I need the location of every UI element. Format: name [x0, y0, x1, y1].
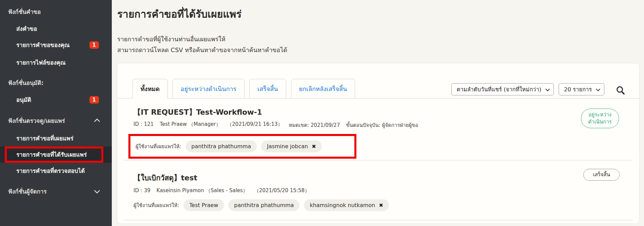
shared-user-chip: Test Praew [184, 199, 224, 211]
list-divider [124, 220, 632, 220]
notification-badge: 1 [89, 41, 99, 49]
sidebar-section-approval-functions: ฟังก์ชั่นอนุมัติ: [8, 78, 112, 87]
shared-users-row-annotated: ผู้ใช้งานที่เผยแพร่ให้: panthitra phathu… [128, 134, 356, 159]
sidebar-item-reviewable-requests[interactable]: รายการคำขอที่ตรวจสอบได้ [0, 166, 112, 175]
sidebar-section-label: ฟังก์ชั่นตรวจดู/เผยแพร่ [8, 117, 65, 124]
tab-completed[interactable]: เสร็จสิ้น [249, 79, 286, 98]
tab-all[interactable]: ทั้งหมด [132, 79, 168, 98]
page-description-line1: รายการคำขอที่ผู้ใช้งานท่านอื่นเผยแพร่ให้ [117, 34, 287, 45]
shared-users-label: ผู้ใช้งานที่เผยแพร่ให้: [136, 142, 181, 151]
sidebar-item-label: อนุมัติ [16, 96, 31, 103]
request-deadline: หมดเขต: 2021/09/27 [289, 121, 340, 129]
chevron-down-icon [94, 187, 100, 194]
shared-users-label: ผู้ใช้งานที่เผยแพร่ให้: [133, 201, 179, 209]
tab-cancelled-after-completion[interactable]: ยกเลิกหลังเสร็จสิ้น [291, 79, 355, 98]
sidebar-section-request-functions: ฟังก์ชั่นคำขอ [8, 7, 112, 16]
sort-select-value: ตามลำดับวันที่แชร์ (จากที่ใหม่กว่า) [457, 85, 541, 94]
search-icon [617, 86, 623, 93]
shared-user-name: khamsingnok nutkamon [310, 202, 375, 208]
chevron-down-icon [545, 87, 550, 91]
request-requester: Kaseinsin Piyamon （Sales - Sales） [157, 187, 248, 194]
sidebar-item-your-files[interactable]: รายการไฟล์ของคุณ [0, 58, 112, 67]
status-line: เสร็จสิ้น [593, 171, 610, 178]
status-badge-in-progress: อยู่ระหว่าง ดำเนินการ [581, 109, 619, 128]
status-line: ดำเนินการ [581, 118, 619, 126]
shared-user-name: Test Praew [189, 202, 218, 208]
status-tabs: ทั้งหมด อยู่ระหว่างดำเนินการ เสร็จสิ้น ย… [132, 79, 355, 98]
shared-user-name: panthitra phathumma [191, 143, 251, 150]
page-description: รายการคำขอที่ผู้ใช้งานท่านอื่นเผยแพร่ให้… [117, 34, 287, 55]
sidebar-item-label: รายการคำขอที่ตรวจสอบได้ [16, 167, 85, 174]
per-page-select[interactable]: 20 รายการ [559, 83, 604, 95]
shared-users-row: ผู้ใช้งานที่เผยแพร่ให้: Test Praew panth… [133, 199, 578, 211]
sort-select[interactable]: ตามลำดับวันที่แชร์ (จากที่ใหม่กว่า) [451, 83, 554, 95]
shared-user-chip: khamsingnok nutkamon ✖ [304, 199, 389, 211]
request-title: 【IT REQUEST】Test-Workflow-1 [133, 107, 578, 117]
sidebar-item-label: รายการคำขอที่เผยแพร่ [16, 135, 74, 142]
request-id: ID：121 [133, 121, 154, 129]
request-datetime: （2021/05/20 15:58） [254, 187, 310, 194]
status-badge-done: เสร็จสิ้น [583, 169, 620, 181]
sidebar-item-received-published-requests[interactable]: รายการคำขอที่ได้รับเผยแพร่ [0, 146, 112, 163]
request-meta: ID：39 Kaseinsin Piyamon （Sales - Sales） … [133, 187, 578, 194]
sidebar-item-approve[interactable]: อนุมัติ 1 [0, 95, 112, 104]
shared-user-name: Jasmine jobcan [267, 143, 308, 150]
tab-in-progress[interactable]: อยู่ระหว่างดำเนินการ [172, 79, 245, 98]
sidebar-item-published-requests[interactable]: รายการคำขอที่เผยแพร่ [0, 134, 112, 143]
shared-user-name: panthitra phathumma [234, 202, 294, 208]
request-item: 【ใบเบิกวัสดุ】test ID：39 Kaseinsin Piyamo… [117, 160, 639, 220]
chevron-down-icon [596, 87, 600, 91]
status-line: อยู่ระหว่าง [581, 111, 619, 118]
request-id: ID：39 [133, 187, 150, 194]
request-list: 【IT REQUEST】Test-Workflow-1 ID：121 Test … [117, 98, 639, 220]
request-datetime: （2021/09/21 16:13） [227, 121, 283, 129]
shared-user-chip: panthitra phathumma [228, 199, 299, 211]
request-current-step: ขั้นตอนปัจจุบัน: ผู้จัดการฝ่ายผู้ขอ [346, 121, 418, 129]
request-list-card: ทั้งหมด อยู่ระหว่างดำเนินการ เสร็จสิ้น ย… [117, 63, 640, 224]
sidebar-item-label: รายการไฟล์ของคุณ [16, 59, 66, 66]
remove-user-icon[interactable]: ✖ [379, 202, 383, 208]
sidebar-section-manager-functions[interactable]: ฟังก์ชั่นผู้จัดการ [8, 187, 112, 196]
per-page-select-value: 20 รายการ [564, 85, 592, 94]
sidebar-item-label: รายการคำขอของคุณ [16, 42, 70, 48]
request-title: 【ใบเบิกวัสดุ】test [133, 172, 578, 183]
sidebar: ฟังก์ชั่นคำขอ ส่งคำขอ รายการคำขอของคุณ 1… [0, 0, 112, 226]
sidebar-item-label: รายการคำขอที่ได้รับเผยแพร่ [16, 151, 87, 158]
request-item: 【IT REQUEST】Test-Workflow-1 ID：121 Test … [117, 98, 639, 160]
list-toolbar: ตามลำดับวันที่แชร์ (จากที่ใหม่กว่า) 20 ร… [451, 83, 625, 95]
shared-user-chip: Jasmine jobcan ✖ [261, 140, 322, 152]
sidebar-item-send-request[interactable]: ส่งคำขอ [0, 24, 112, 33]
page-description-line2: สามารถดาวน์โหลด CSV หรือค้นหาคำขอจากหน้า… [117, 45, 287, 55]
sidebar-item-label: ส่งคำขอ [16, 25, 37, 32]
notification-badge: 1 [89, 96, 99, 104]
chevron-up-icon [94, 118, 100, 125]
sidebar-section-review-publish-functions[interactable]: ฟังก์ชั่นตรวจดู/เผยแพร่ [8, 116, 112, 125]
request-meta: ID：121 Test Praew （Manager） （2021/09/21 … [133, 121, 578, 129]
search-button[interactable] [615, 84, 625, 95]
page-title: รายการคำขอที่ได้รับเผยแพร่ [117, 6, 242, 22]
sidebar-section-label: ฟังก์ชั่นผู้จัดการ [8, 188, 47, 195]
remove-user-icon[interactable]: ✖ [312, 143, 316, 150]
sidebar-item-your-requests[interactable]: รายการคำขอของคุณ 1 [0, 41, 112, 49]
request-requester: Test Praew （Manager） [160, 121, 221, 129]
shared-user-chip: panthitra phathumma [186, 140, 257, 152]
